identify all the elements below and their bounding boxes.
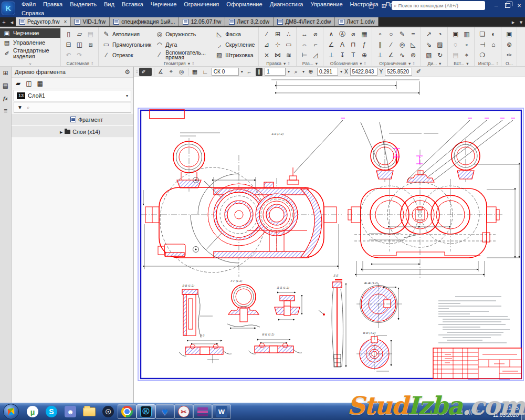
menu-edit[interactable]: Правка (39, 1, 66, 7)
tool-icon[interactable]: ⊞ (272, 29, 283, 39)
tool-icon[interactable]: Ⓐ (337, 29, 348, 39)
magnifier-icon[interactable]: ⌕ (292, 68, 300, 75)
image-tool-icon[interactable]: ▦ (37, 80, 43, 87)
tool-icon[interactable]: ▦ (359, 29, 370, 39)
properties-panel-icon[interactable]: ▤ (2, 81, 10, 90)
tool-hatch[interactable]: ▨Штриховка (214, 50, 256, 60)
tray-volume-icon[interactable]: ◂)) (466, 409, 472, 415)
tool-icon[interactable]: ⊥ (326, 50, 337, 60)
x-coordinate-field[interactable]: 5422.843 (350, 68, 377, 76)
group-expand-icon[interactable]: ▾ (360, 61, 362, 66)
minimize-button[interactable]: – (492, 2, 500, 9)
tool-icon[interactable]: = (407, 29, 418, 39)
tool-icon[interactable]: ∧ (326, 29, 337, 39)
zoom-value-field[interactable]: 0.291 (317, 68, 338, 76)
taskbar-utorrent-icon[interactable]: µ (23, 404, 42, 419)
tool-icon[interactable]: ◔ (434, 29, 445, 39)
tabs-scroll-left[interactable]: ◂ (8, 17, 16, 26)
tray-network-icon[interactable]: ⚐ (476, 409, 481, 415)
tool-icon[interactable]: ⌐ (310, 39, 321, 50)
print-preview-icon[interactable]: ◫ (74, 39, 85, 50)
taskbar-kompas-icon[interactable]: Ⓚ (136, 404, 155, 419)
close-button[interactable]: × (516, 2, 523, 9)
objects-tool-icon[interactable]: ◫ (26, 80, 32, 87)
taskbar-discord-icon[interactable]: ☻ (61, 404, 80, 419)
tool-icon[interactable]: ⊿ (261, 39, 272, 50)
chevron-down-icon[interactable]: ▾ (288, 69, 290, 74)
tool-icon[interactable]: ⌀ (348, 29, 359, 39)
taskbar-skype-icon[interactable]: S (42, 404, 61, 419)
menu-diagnostics[interactable]: Диагностика (266, 1, 307, 7)
menu-manage[interactable]: Управление (307, 1, 346, 7)
tool-icon[interactable]: ○ (385, 29, 396, 39)
menu-help[interactable]: Справка (18, 10, 48, 16)
coordinate-system-select[interactable]: СК 0 (212, 68, 239, 76)
tool-icon[interactable]: ≋ (283, 50, 294, 60)
gear-icon[interactable]: ⚙ (124, 68, 130, 76)
layer-tool-icon[interactable]: ▰ (16, 80, 20, 87)
tool-icon[interactable]: ∿ (396, 50, 407, 60)
tool-icon[interactable]: ∕ (385, 39, 396, 50)
tool-icon[interactable]: ∥ (374, 39, 385, 50)
redo-icon[interactable]: ↷ (74, 50, 85, 60)
menu-drawing[interactable]: Черчение (147, 1, 181, 7)
group-handle[interactable]: ⁞⁞ (413, 61, 414, 66)
drawing-canvas[interactable]: Б-Б (1:2) (134, 77, 525, 403)
tool-arc[interactable]: ◠Дуга (154, 39, 213, 50)
current-layer-dropdown[interactable]: 13 Слой1 ▾ (14, 90, 131, 101)
variables-panel-icon[interactable]: fx (2, 94, 10, 102)
tool-icon[interactable]: ↗ (423, 29, 434, 39)
taskbar-word-icon[interactable]: W (212, 404, 231, 419)
pen-mode-button[interactable]: ✐▾ (139, 68, 151, 76)
tray-icon[interactable]: ▤ (458, 409, 463, 415)
menu-insert[interactable]: Вставка (118, 1, 147, 7)
tool-icon[interactable]: ⌂ (488, 39, 499, 50)
group-handle[interactable]: ⁞⁞ (497, 61, 498, 66)
tool-icon[interactable]: ∘ (374, 29, 385, 39)
tool-icon[interactable]: ∠ (326, 39, 337, 50)
tool-icon[interactable]: ⊹ (272, 39, 283, 50)
tree-filter[interactable]: ▼ ⌕ (14, 102, 131, 113)
group-expand-icon[interactable]: ▾ (466, 61, 468, 66)
tabs-menu-button[interactable]: ▾ (517, 17, 525, 26)
print-icon[interactable]: ⊟ (63, 39, 74, 50)
chevron-down-icon[interactable]: ▾ (302, 69, 304, 74)
snap-point-icon[interactable]: ⌖ (167, 68, 175, 75)
tool-autoline[interactable]: ✎Автолиния (101, 29, 153, 39)
chevron-down-icon[interactable]: ▾ (340, 69, 342, 74)
tab-specification[interactable]: спецификация 1ый... (110, 17, 179, 26)
snap-angle-icon[interactable]: ∡ (156, 68, 165, 75)
group-expand-icon[interactable]: ▾ (439, 61, 441, 66)
taskbar-steam-icon[interactable]: ☉ (99, 404, 118, 419)
tool-icon[interactable]: ◿ (310, 50, 321, 60)
open-document-icon[interactable]: ▱ (74, 29, 85, 39)
command-search[interactable]: ⌕ (392, 1, 485, 10)
offsheet-geometry[interactable] (271, 80, 419, 95)
tool-icon[interactable]: А (337, 39, 348, 50)
eyedropper-icon[interactable]: ✐ (414, 68, 423, 75)
sheet-frame[interactable] (138, 108, 523, 381)
tool-chamfer[interactable]: ◺Фаска (214, 29, 256, 39)
tool-icon[interactable]: ⊓ (348, 39, 359, 50)
tool-icon[interactable]: ⨯ (261, 50, 272, 60)
menu-select[interactable]: Выделить (66, 1, 100, 7)
menu-layout[interactable]: Оформление (223, 1, 266, 7)
tool-icon[interactable]: ⊣ (477, 39, 488, 50)
tool-icon[interactable]: ▭ (283, 39, 294, 50)
fragment-drawing[interactable]: Б-Б (1:2) (134, 77, 525, 403)
windows-layout-icon[interactable]: ⊞ (379, 2, 388, 9)
tool-circle[interactable]: ◎Окружность (154, 29, 213, 39)
tool-icon[interactable]: ❍ (477, 50, 488, 60)
menu-panel-icon[interactable]: ≡ (2, 107, 10, 115)
start-button[interactable] (3, 404, 19, 419)
switcher-collapse-icon[interactable]: ⌄ (28, 60, 32, 66)
menu-view[interactable]: Вид (100, 1, 118, 7)
tool-icon[interactable]: ⊥ (374, 50, 385, 60)
grid-icon[interactable]: ▦ (191, 68, 199, 75)
tool-icon[interactable]: ↔ (299, 29, 310, 39)
tool-icon[interactable]: ⋈ (272, 50, 283, 60)
tool-icon[interactable]: ▫ (461, 39, 472, 50)
tool-fillet[interactable]: ◞Скругление (214, 39, 256, 50)
tool-segment[interactable]: ∕Отрезок (101, 50, 153, 60)
new-tab-button[interactable]: + (0, 17, 8, 26)
